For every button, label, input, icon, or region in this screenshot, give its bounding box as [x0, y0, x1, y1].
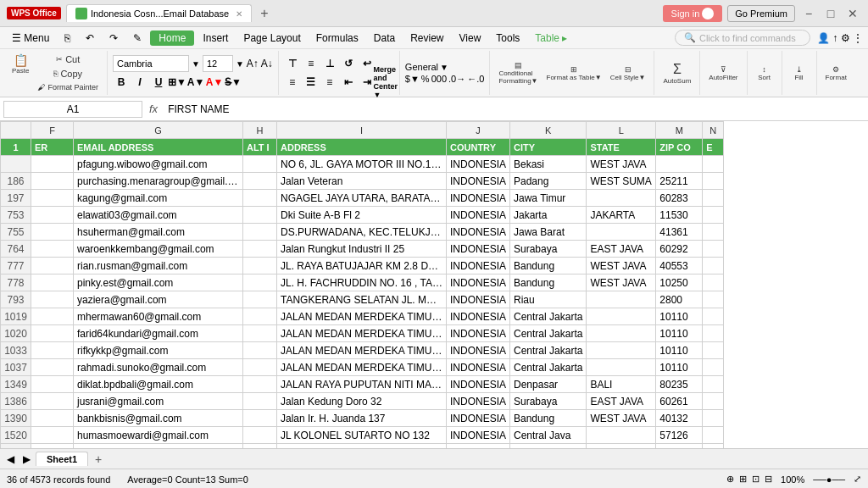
cell-k[interactable]: Central Jakarta [510, 325, 587, 342]
col-header-l[interactable]: L [587, 122, 656, 139]
cell-k[interactable]: Jakarta [510, 207, 587, 224]
cell-l[interactable]: EAST JAVA [587, 241, 656, 258]
cell-f[interactable] [31, 325, 74, 342]
align-center-button[interactable]: ☰ [303, 74, 320, 91]
cell-i[interactable]: Jalan Veteran [277, 173, 447, 190]
cell-reference-box[interactable] [3, 101, 142, 118]
cell-i[interactable]: JL KOLONEL SUTARTO NO 132 [277, 427, 447, 444]
col-header-f[interactable]: F [31, 122, 74, 139]
col-header-i[interactable]: I [277, 122, 447, 139]
cell-f[interactable] [31, 241, 74, 258]
align-left-button[interactable]: ≡ [284, 74, 301, 91]
document-tab[interactable]: Indonesia Cosn...Email Database ✕ [66, 4, 252, 22]
cell-n[interactable] [703, 376, 724, 393]
cell-m[interactable]: 40132 [656, 410, 703, 427]
cell-g[interactable]: bankbisnis@gmail.com [74, 410, 243, 427]
cell-j[interactable]: INDONESIA [447, 325, 510, 342]
cell-g[interactable]: rian.rusman@gmail.com [74, 258, 243, 274]
cell-g[interactable]: rahmadi.sunoko@gmail.com [74, 359, 243, 376]
cell-h[interactable] [243, 427, 277, 444]
cell-f[interactable] [31, 427, 74, 444]
cell-h[interactable] [243, 190, 277, 207]
cell-f[interactable] [31, 224, 74, 241]
cell-j[interactable]: COUNTRY [447, 139, 510, 156]
cell-h[interactable] [243, 258, 277, 274]
fill-color-button[interactable]: A▼ [187, 74, 204, 91]
row-header[interactable]: 793 [1, 291, 31, 308]
col-header-m[interactable]: M [656, 122, 703, 139]
cell-g[interactable]: mhermawan60@gmail.com [74, 308, 243, 325]
cell-n[interactable] [703, 410, 724, 427]
cell-h[interactable] [243, 325, 277, 342]
minimize-button[interactable]: − [800, 5, 817, 22]
font-size-input[interactable] [203, 55, 233, 72]
menu-data[interactable]: Data [367, 30, 402, 46]
cell-f[interactable] [31, 156, 74, 173]
cell-n[interactable] [703, 308, 724, 325]
cell-i[interactable]: JALAN RAYA PUPUTAN NITI MANDALA DENPASAR… [277, 376, 447, 393]
cell-m[interactable]: 25211 [656, 173, 703, 190]
ribbon-extra-icons[interactable]: 👤 ↑ ⚙ ⋮ [817, 32, 863, 44]
cell-n[interactable] [703, 291, 724, 308]
cell-i[interactable]: DS.PURWADANA, KEC.TELUKJAMBE TIMUR, PURW… [277, 224, 447, 241]
cell-f[interactable] [31, 308, 74, 325]
cell-l[interactable]: WEST JAVA [587, 410, 656, 427]
cell-i[interactable]: Dki Suite A-B Fl 2 [277, 207, 447, 224]
menu-redo[interactable]: ↷ [103, 30, 125, 46]
cell-styles-button[interactable]: ⊟ Cell Style▼ [607, 64, 649, 83]
row-header[interactable]: 1531 [1, 444, 31, 449]
align-middle-button[interactable]: ≡ [303, 55, 320, 72]
menu-tools[interactable]: Tools [489, 30, 526, 46]
prev-sheet-button[interactable]: ◀ [3, 453, 18, 465]
copy-button[interactable]: ⎘ Copy [34, 67, 102, 80]
cell-k[interactable]: Surabaya [510, 241, 587, 258]
row-header[interactable]: 1033 [1, 342, 31, 359]
row-header[interactable]: 764 [1, 241, 31, 258]
cell-h[interactable] [243, 393, 277, 410]
cut-button[interactable]: ✂ Cut [34, 53, 102, 66]
cell-k[interactable]: Padang [510, 173, 587, 190]
cell-k[interactable]: Riau [510, 291, 587, 308]
cell-f[interactable] [31, 274, 74, 291]
cell-f[interactable] [31, 258, 74, 274]
conditional-formatting-button[interactable]: ▤ ConditionalFormatting▼ [495, 59, 541, 86]
cell-i[interactable]: JALAN MEDAN MERDEKA TIMUR NO 16 GEDUNG M… [277, 308, 447, 325]
cell-g[interactable]: pfagung.wibowo@gmail.com [74, 156, 243, 173]
italic-button[interactable]: I [131, 74, 148, 91]
menu-table[interactable]: Table ▸ [528, 30, 574, 46]
sign-in-button[interactable]: Sign in [663, 5, 723, 22]
number-format-dropdown[interactable]: ▼ [440, 63, 448, 72]
increase-decimal-button[interactable]: .0→ [448, 74, 465, 84]
cell-g[interactable]: farid64kundari@gmail.com [74, 325, 243, 342]
cell-j[interactable]: INDONESIA [447, 376, 510, 393]
cell-h[interactable] [243, 241, 277, 258]
cell-m[interactable]: 10110 [656, 342, 703, 359]
search-placeholder[interactable]: Click to find commands [699, 33, 796, 43]
cell-g[interactable]: purchasing.menaragroup@gmail.com [74, 173, 243, 190]
cell-l[interactable]: WEST JAVA [587, 274, 656, 291]
cell-m[interactable]: 57126 [656, 427, 703, 444]
align-top-button[interactable]: ⊤ [284, 55, 301, 72]
cell-f[interactable] [31, 393, 74, 410]
cell-i[interactable]: NGAGEL JAYA UTARA, BARATAJAYA, GUBENG, K… [277, 190, 447, 207]
cell-h[interactable] [243, 274, 277, 291]
cell-g[interactable]: kagung@gmail.com [74, 190, 243, 207]
font-shrink-icon[interactable]: A↓ [261, 58, 273, 69]
font-color-button[interactable]: A▼ [206, 74, 223, 91]
fill-button[interactable]: ⤓ Fill [787, 64, 811, 83]
format-button[interactable]: ⚙ Format [822, 64, 850, 83]
cell-f[interactable] [31, 342, 74, 359]
row-header[interactable]: 1019 [1, 308, 31, 325]
cell-n[interactable] [703, 156, 724, 173]
cell-k[interactable]: Bandung [510, 410, 587, 427]
cell-h[interactable] [243, 224, 277, 241]
cell-j[interactable]: INDONESIA [447, 207, 510, 224]
close-button[interactable]: ✕ [844, 5, 861, 22]
cell-j[interactable]: INDONESIA [447, 291, 510, 308]
decrease-indent-button[interactable]: ⇤ [340, 74, 357, 91]
sheet-tab-sheet1[interactable]: Sheet1 [36, 452, 88, 466]
cell-n[interactable] [703, 241, 724, 258]
cell-k[interactable]: Bandung [510, 258, 587, 274]
align-right-button[interactable]: ≡ [321, 74, 338, 91]
cell-h[interactable]: ALT I [243, 139, 277, 156]
